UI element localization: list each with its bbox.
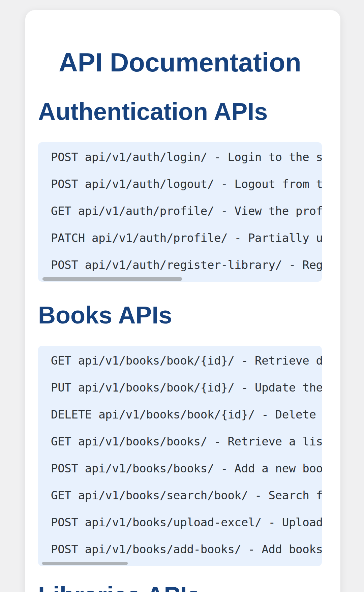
endpoint-line: POST api/v1/auth/login/ - Login to the s (38, 144, 322, 170)
endpoint-line: POST api/v1/books/books/ - Add a new boo (38, 455, 322, 482)
section-heading-authentication: Authentication APIs (38, 97, 322, 126)
endpoint-line: PATCH api/v1/auth/profile/ - Partially u (38, 224, 322, 251)
endpoint-line: GET api/v1/books/books/ - Retrieve a lis (38, 428, 322, 455)
endpoint-line: POST api/v1/auth/logout/ - Logout from t (38, 170, 322, 197)
code-block-books[interactable]: GET api/v1/books/book/{id}/ - Retrieve d… (38, 346, 322, 566)
endpoint-line: POST api/v1/auth/register-library/ - Reg (38, 251, 322, 278)
endpoint-line: POST api/v1/books/upload-excel/ - Upload (38, 509, 322, 536)
section-heading-books: Books APIs (38, 301, 322, 330)
code-block-authentication[interactable]: POST api/v1/auth/login/ - Login to the s… (38, 142, 322, 282)
section-heading-libraries: Libraries APIs (38, 581, 322, 592)
page-title: API Documentation (38, 46, 322, 78)
endpoint-line: POST api/v1/books/add-books/ - Add books (38, 536, 322, 563)
endpoint-line: GET api/v1/books/book/{id}/ - Retrieve d (38, 347, 322, 374)
endpoint-line: PUT api/v1/books/book/{id}/ - Update the (38, 374, 322, 401)
horizontal-scrollbar-thumb[interactable] (42, 277, 182, 281)
endpoint-line: GET api/v1/books/search/book/ - Search f (38, 482, 322, 509)
horizontal-scrollbar-thumb[interactable] (42, 562, 128, 565)
endpoint-line: DELETE api/v1/books/book/{id}/ - Delete (38, 401, 322, 428)
api-doc-card: API Documentation Authentication APIsPOS… (25, 10, 340, 592)
content: API Documentation Authentication APIsPOS… (25, 10, 340, 592)
endpoint-line: GET api/v1/auth/profile/ - View the prof (38, 197, 322, 224)
